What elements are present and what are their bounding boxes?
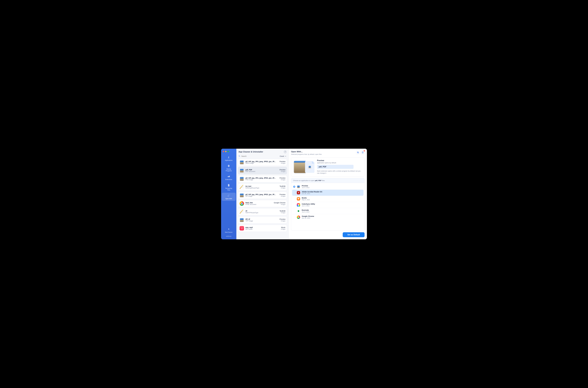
sidebar-item-extensions[interactable]: Extensions [222,173,236,182]
svg-point-0 [239,155,240,156]
evernote-icon [297,209,300,213]
extension-body: gif, GIF, jpg, JPG, jpeg, JPEG, jpe, JP.… [245,161,285,164]
app-row[interactable]: ColorSync Utility Jun 3, 2022 [292,202,364,208]
app-thumbnail [294,160,306,173]
maccleaner-link[interactable]: MacCleaner [225,228,233,233]
notes-button[interactable] [361,150,365,154]
app-row[interactable]: Google Chrome Jun 10, 2022 [292,214,364,220]
chat-button[interactable] [356,150,360,154]
app-date: Jun 6, 2022 [302,211,362,213]
window-controls [221,150,236,154]
extension-title: rtf [245,210,247,212]
app-list[interactable]: Preview Jun 8, 2022 Adobe Acrobat Reader… [291,183,365,230]
extension-title: gif, GIF, jpg, JPG, jpeg, JPEG, jpe, JP.… [245,194,276,195]
choose-prefix: Choose an application to open [293,180,315,181]
sidebar-item-remaining-files[interactable]: Remaining Files [222,182,236,192]
help-button[interactable]: ? [284,150,286,153]
extension-count: 9 Apps [281,171,285,172]
app-row[interactable]: Adobe Acrobat Reader DC Oct 29, 2021 [292,190,364,196]
sidebar-item-label: Open With [225,198,232,199]
app-row[interactable]: Books May 9, 2022 [292,196,364,202]
sort-label: Count [280,155,284,157]
extension-list[interactable]: gif, GIF, jpg, JPG, jpeg, JPEG, jpe, JP.… [236,159,289,239]
extension-app: Google Chrome [274,202,285,204]
extension-body: pdf, PDF Preview PDF document 9 Apps [245,169,285,172]
extension-title: pdf, PDF [245,169,252,171]
signpost-icon [227,194,230,197]
app-name: Adobe Acrobat Reader DC [302,191,362,193]
extension-body: html, htm Google Chrome HTML document 8 … [245,202,285,205]
rocket-icon [227,165,230,168]
extension-body: tiff, tif Preview TIFF image 5 Apps [245,218,285,222]
extension-count: 8 Apps [281,187,285,189]
extension-app: Preview [280,194,285,195]
extension-card[interactable]: html, htm Google Chrome HTML document 8 … [238,200,287,207]
extension-subtitle: JPEG image [245,163,254,164]
extension-count: 9 Apps [281,163,285,164]
detail-footer: Set as Default [289,230,367,239]
search-input[interactable] [239,155,278,158]
app-meta: Evernote Jun 6, 2022 [302,209,362,213]
sidebar-item-startup-programs[interactable]: Startup Programs [222,163,236,173]
app-date: Jun 8, 2022 [302,187,362,189]
extension-app: TextEdit [280,210,285,212]
sidebar-item-open-with[interactable]: Open With [222,193,236,201]
minimize-window-button[interactable] [225,151,226,152]
extension-card[interactable]: gif, GIF, jpg, JPG, jpeg, JPEG, jpe, JP.… [238,159,287,166]
extension-card[interactable]: pdf, PDF Preview PDF document 9 Apps [238,167,287,174]
extension-card[interactable]: rtf TextEdit NSRTFPboardType 5 Apps [238,208,287,215]
app-date: Oct 29, 2021 [302,193,362,194]
extension-title: txt, text [245,185,251,187]
app-name: Preview [302,185,362,187]
extension-app: Preview [280,161,285,163]
sidebar-nav: Applications Startup Programs Extensions… [221,154,236,226]
app-title: App Cleaner & Uninstaller [239,151,263,153]
extension-card[interactable]: gif, GIF, jpg, JPG, jpeg, JPEG, jpe, JP.… [238,175,287,182]
sidebar-item-label: Applications [225,160,233,161]
sidebar-item-applications[interactable]: Applications [222,154,236,162]
close-window-button[interactable] [223,151,224,152]
extension-card[interactable]: ♫ wav, mp3 Music MP3 audio 4 Apps [238,225,287,232]
acrobat-icon [297,191,300,194]
sort-dropdown[interactable]: Count [280,155,286,157]
textedit-icon [240,185,244,189]
fullscreen-window-button[interactable] [227,151,229,152]
textedit-icon [240,210,244,214]
chrome-icon [240,201,244,206]
app-row[interactable]: Preview Jun 8, 2022 [292,184,364,190]
extension-title: wav, mp3 [245,226,253,228]
extension-body: gif, GIF, jpg, JPG, jpeg, JPEG, jpe, JP.… [245,177,285,181]
maccleaner-label: MacCleaner [225,231,233,233]
extension-subtitle: PNG image [245,179,253,181]
set-default-button[interactable]: Set as Default [343,232,365,237]
extension-body: rtf TextEdit NSRTFPboardType 5 Apps [245,210,285,214]
extensions-panel: App Cleaner & Uninstaller ? Count gif, G… [236,149,289,239]
file-icon [227,184,230,187]
music-icon: ♫ [240,226,244,230]
preview-icon [240,160,244,165]
doc-thumbnail [305,161,314,173]
app-name: Google Chrome [302,215,362,217]
detail-subtitle: Selected programs that, by default, open… [291,153,322,155]
extension-count: 5 Apps [281,212,285,214]
extension-body: wav, mp3 Music MP3 audio 4 Apps [245,226,285,230]
extension-app: TextEdit [280,185,285,187]
sidebar-item-label: Extensions [225,179,232,180]
app-row[interactable]: Evernote Jun 6, 2022 [292,208,364,214]
extension-subtitle: MP3 audio [245,228,253,230]
radio-button[interactable] [293,186,295,188]
extension-card[interactable]: gif, GIF, jpg, JPG, jpeg, JPEG, jpe, JP.… [238,192,287,199]
extension-card[interactable]: tiff, tif Preview TIFF image 5 Apps [238,217,287,223]
puzzle-icon [227,175,230,178]
extension-count: 9 Apps [281,179,285,181]
search-field[interactable] [239,155,278,158]
extension-title: gif, GIF, jpg, JPG, jpeg, JPEG, jpe, JP.… [245,161,276,163]
choose-ext: pdf, PDF [315,180,322,181]
info-app-name: Preview [317,160,362,162]
chrome-icon [297,216,300,219]
extension-subtitle: GIF image [245,195,252,197]
extension-card[interactable]: txt, text TextEdit NSStringPboardType 8 … [238,184,287,191]
detail-title: Open With... [291,150,322,153]
sidebar-footer: MacCleaner nektony [221,226,236,239]
info-note: Each extension opens with a certain prog… [317,170,362,174]
